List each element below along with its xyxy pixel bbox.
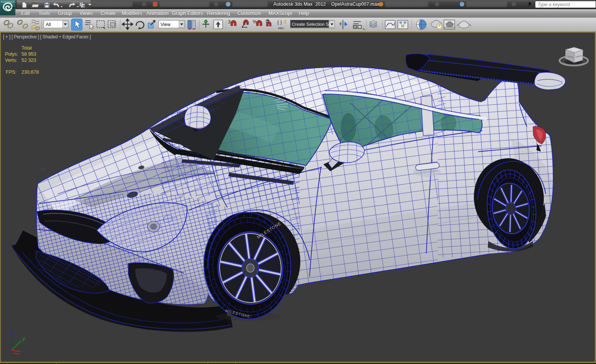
svg-text:[ + ] [ Perspective ] [ Shaded: [ + ] [ Perspective ] [ Shaded + Edged F…	[3, 34, 91, 40]
svg-text:y: y	[22, 336, 25, 341]
svg-text:ABC: ABC	[278, 26, 285, 30]
svg-text:z: z	[10, 329, 13, 335]
svg-text:FPS:: FPS:	[6, 69, 17, 75]
svg-text:Polys:: Polys:	[5, 51, 18, 57]
svg-text:Total: Total	[22, 45, 31, 51]
svg-text:52 323: 52 323	[22, 58, 36, 63]
svg-text:View: View	[161, 22, 171, 27]
svg-text:3: 3	[228, 19, 230, 25]
svg-text:Verts:: Verts:	[5, 58, 17, 63]
svg-text:230,678: 230,678	[22, 69, 39, 75]
svg-text:{ }: { }	[277, 19, 282, 25]
svg-text:Create Selection Se: Create Selection Se	[292, 22, 331, 26]
svg-text:All: All	[46, 22, 51, 27]
svg-text:58 953: 58 953	[22, 51, 36, 57]
